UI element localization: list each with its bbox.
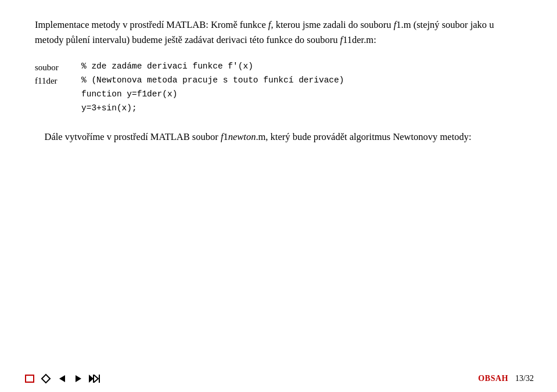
- footer-right: OBSAH 13/32: [478, 374, 534, 383]
- intro-paragraph: Implementace metody v prostředí MATLAB: …: [35, 17, 522, 47]
- sidebar-label: soubor f11der: [35, 60, 81, 116]
- page-total: 32: [526, 374, 534, 383]
- svg-rect-2: [99, 375, 100, 383]
- intro-f1: f: [394, 19, 397, 30]
- code-line-3: function y=f1der(x): [81, 88, 344, 102]
- nav-prev-button[interactable]: [56, 373, 69, 384]
- obsah-label[interactable]: OBSAH: [478, 374, 508, 383]
- intro-text-1: Implementace metody v prostředí MATLAB: …: [35, 19, 266, 30]
- code-block: % zde zadáme derivaci funkce f'(x) % (Ne…: [81, 60, 344, 116]
- page-number: 13/32: [515, 374, 534, 383]
- page-current: 13: [515, 374, 523, 383]
- bottom-paragraph: Dále vytvoříme v prostředí MATLAB soubor…: [35, 130, 522, 145]
- triangle-right-icon: [76, 375, 81, 382]
- intro-f11der-italic: f: [340, 34, 343, 45]
- intro-text-2: , kterou jsme zadali do souboru: [271, 19, 391, 30]
- code-line-4: y=3+sin(x);: [81, 102, 344, 116]
- nav-last-button[interactable]: [88, 373, 101, 384]
- svg-marker-0: [89, 375, 94, 383]
- bottom-italic-f: f: [221, 131, 224, 142]
- footer: OBSAH 13/32: [0, 373, 557, 384]
- diamond-icon: [41, 374, 51, 384]
- nav-square-icon[interactable]: [23, 373, 36, 384]
- code-section: soubor f11der % zde zadáme derivaci funk…: [35, 60, 522, 116]
- sidebar-line2: f11der: [35, 74, 72, 88]
- footer-nav[interactable]: [23, 373, 101, 384]
- bottom-italic-newton: newton: [228, 131, 256, 142]
- page-content: Implementace metody v prostředí MATLAB: …: [0, 0, 557, 161]
- svg-marker-1: [94, 375, 98, 383]
- sidebar-line1: soubor: [35, 61, 72, 74]
- nav-next-button[interactable]: [72, 373, 85, 384]
- square-icon: [25, 375, 34, 383]
- code-line-2: % (Newtonova metoda pracuje s touto funk…: [81, 74, 344, 88]
- double-triangle-right-icon: [89, 375, 100, 383]
- code-line-1: % zde zadáme derivaci funkce f'(x): [81, 60, 344, 74]
- triangle-left-icon: [59, 375, 65, 382]
- nav-diamond-icon[interactable]: [39, 373, 52, 384]
